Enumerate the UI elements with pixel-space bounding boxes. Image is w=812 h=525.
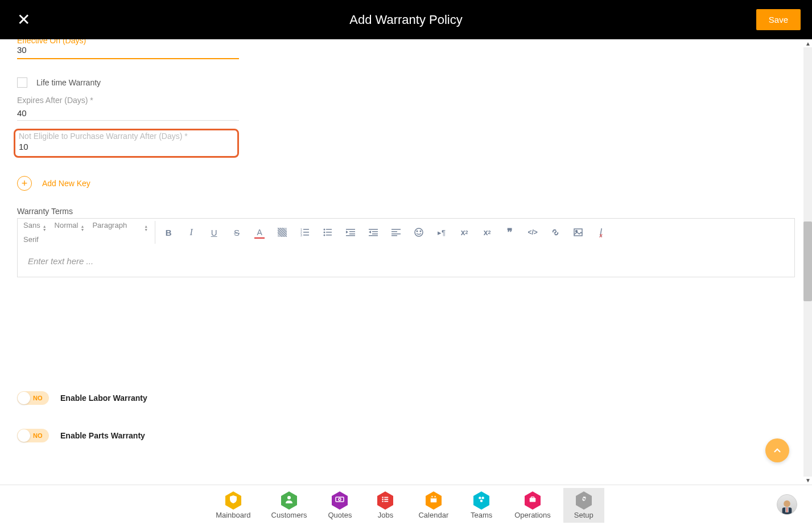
align-left-icon[interactable] [391,227,401,237]
font-select-group: Sans▲▼ Normal▲▼ Paragraph▲▼ Serif [23,221,155,244]
add-new-key-label: Add New Key [42,179,90,188]
chevron-up-icon [775,449,780,452]
sort-arrows-icon: ▲▼ [43,225,47,232]
expires-after-label: Expires After (Days) * [17,96,239,105]
underline-icon[interactable]: U [209,227,219,237]
svg-rect-19 [372,233,378,235]
warranty-terms-label: Warranty Terms [17,207,795,216]
editor-placeholder: Enter text here ... [28,256,93,266]
svg-rect-6 [303,235,309,236]
lifetime-warranty-row: Life time Warranty [17,77,795,88]
outdent-icon[interactable] [368,227,378,237]
not-eligible-group: Not Eligible to Purchase Warranty After … [14,129,239,158]
plus-icon: + [17,176,32,191]
bold-icon[interactable]: B [163,227,174,237]
svg-rect-16 [346,235,355,236]
toolbar-icons: B I U S A 123 ▸¶ x2 x2 ❞ </> Ix [155,227,606,237]
toggle-knob [18,429,30,442]
svg-rect-10 [326,232,332,233]
save-button[interactable]: Save [756,9,801,30]
image-icon[interactable] [573,227,583,237]
parts-warranty-label: Enable Parts Warranty [60,431,145,440]
font-family-select[interactable]: Sans▲▼ [23,221,47,232]
svg-rect-12 [326,235,332,236]
svg-point-9 [324,232,325,233]
labor-warranty-toggle[interactable]: NO [17,391,49,405]
not-eligible-label: Not Eligible to Purchase Warranty After … [19,132,234,141]
effective-on-value[interactable]: 30 [17,45,795,55]
scrollbar-thumb[interactable] [803,222,812,301]
sort-arrows-icon: ▲▼ [144,225,148,232]
editor-toolbar: Sans▲▼ Normal▲▼ Paragraph▲▼ Serif B I U … [17,218,795,246]
font-color-icon[interactable]: A [254,227,265,237]
svg-rect-23 [391,233,401,235]
svg-rect-14 [349,231,355,232]
parts-warranty-toggle[interactable]: NO [17,429,49,442]
lifetime-checkbox[interactable] [17,77,27,88]
svg-rect-21 [391,229,401,230]
svg-point-29 [576,231,578,232]
modal-title: Add Warranty Policy [349,13,462,27]
code-icon[interactable]: </> [527,227,538,237]
modal-header: ✕ Add Warranty Policy Save [0,0,812,39]
unordered-list-icon[interactable] [323,227,333,237]
effective-on-label: Effective On (Days) [17,39,795,45]
labor-warranty-row: NO Enable Labor Warranty [17,391,795,405]
paragraph-select[interactable]: Paragraph▲▼ [92,221,148,232]
svg-rect-2 [303,229,309,230]
superscript-icon[interactable]: x2 [482,227,492,237]
parts-warranty-row: NO Enable Parts Warranty [17,429,795,442]
svg-point-7 [324,229,325,231]
toggle-knob [18,392,30,404]
add-new-key-button[interactable]: + Add New Key [17,176,795,191]
font-family-alt[interactable]: Serif [23,235,148,244]
svg-rect-24 [391,235,397,236]
editor-body[interactable]: Enter text here ... [17,246,795,277]
link-icon[interactable] [550,227,560,237]
svg-text:3: 3 [300,233,302,237]
expires-after-input[interactable] [17,106,239,121]
toggle-no-label: NO [33,432,43,439]
ordered-list-icon[interactable]: 123 [300,227,310,237]
subscript-icon[interactable]: x2 [459,227,469,237]
svg-rect-17 [369,229,378,230]
svg-rect-13 [346,229,355,230]
clear-format-icon[interactable]: Ix [596,227,606,237]
italic-icon[interactable]: I [186,227,196,237]
font-size-select[interactable]: Normal▲▼ [55,221,85,232]
svg-point-27 [420,231,421,232]
expires-after-group: Expires After (Days) * [17,96,239,121]
lifetime-label: Life time Warranty [36,78,101,87]
svg-rect-4 [303,232,309,233]
svg-rect-15 [349,233,355,235]
emoji-icon[interactable] [414,227,424,237]
highlight-icon[interactable] [277,227,287,237]
svg-rect-20 [369,235,378,236]
blockquote-icon[interactable]: ❞ [505,227,515,237]
not-eligible-value[interactable]: 10 [19,142,234,151]
close-icon[interactable]: ✕ [11,10,36,29]
labor-warranty-label: Enable Labor Warranty [60,393,147,403]
svg-point-25 [415,228,423,236]
svg-point-26 [417,231,418,232]
strikethrough-icon[interactable]: S [232,227,242,237]
scroll-down-arrow[interactable]: ▼ [805,477,811,483]
effective-on-underline [17,58,239,59]
scroll-up-arrow[interactable]: ▲ [805,40,811,47]
scroll-to-top-button[interactable] [765,438,789,462]
content-scroll[interactable]: ▲ ▼ Effective On (Days) 30 Life time War… [0,39,812,485]
svg-rect-22 [391,231,397,232]
svg-rect-8 [326,229,332,230]
svg-rect-18 [372,231,378,232]
indent-icon[interactable] [345,227,356,237]
toggle-no-label: NO [33,395,43,401]
svg-point-11 [324,235,325,236]
paragraph-direction-icon[interactable]: ▸¶ [436,227,447,237]
sort-arrows-icon: ▲▼ [80,225,84,232]
